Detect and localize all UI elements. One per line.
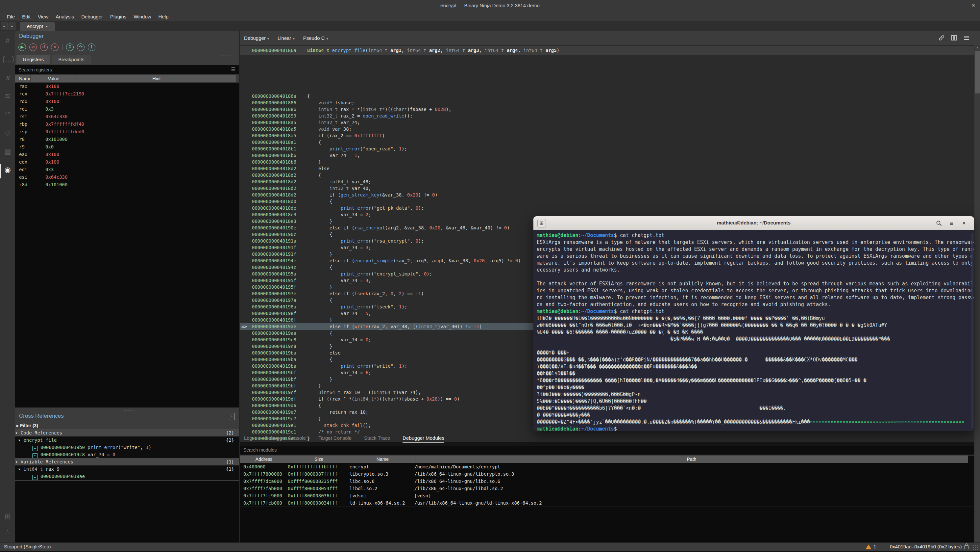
terminal-menu-icon[interactable]: ≡ (947, 219, 956, 227)
search-modules-input[interactable] (243, 446, 539, 454)
xref-reference-row[interactable]: ←00000000004019ae (15, 473, 239, 480)
resize-grip[interactable] (973, 545, 979, 550)
code-line[interactable]: 00000000004018d2else (240, 165, 974, 172)
register-row-eax[interactable]: eax0x100 (15, 151, 239, 158)
code-line[interactable]: 00000000004018a5if (rax_2 == 0xffffffff) (240, 132, 974, 139)
terminal-titlebar[interactable]: ⊞ mathieu@debian: ~/Documents ≡ × (533, 216, 974, 230)
module-row[interactable]: 0x7ffff7fcb0000xffff800008034fffld-linux… (240, 499, 974, 507)
xref-reference-row[interactable]: ←00000000004019c8 var_74 = 0 (15, 451, 239, 458)
new-document-icon[interactable]: + (229, 413, 235, 420)
tab-encrypt[interactable]: encrypt● (20, 22, 55, 31)
module-row[interactable]: 0x7ffff7fc90000xffff800008036fff[vdso][v… (240, 492, 974, 499)
scrollbar-thumb[interactable] (975, 51, 980, 94)
code-line[interactable]: 0000000000401886void* fsbase; (240, 99, 974, 106)
strings-icon[interactable]: “” (2, 109, 13, 120)
column-header-name[interactable]: Name (350, 456, 415, 463)
step-over-button[interactable]: ↷ (77, 43, 84, 51)
view-menu-pseudo-c[interactable]: Pseudo C▾ (303, 35, 328, 41)
xref-variable-row[interactable]: ▾ int64_t rax_9{1} (15, 466, 239, 473)
layers-icon[interactable]: ≋ (2, 91, 13, 101)
tab-target-console[interactable]: Target Console (318, 435, 352, 443)
editor-menu-icon[interactable] (963, 34, 970, 41)
variables-icon[interactable]: x (2, 72, 13, 83)
code-line[interactable]: 00000000004018b6} (240, 159, 974, 165)
register-row-rsi[interactable]: rsi0x64c330 (15, 113, 239, 120)
code-line[interactable]: 00000000004018a5int32_t var_74; (240, 119, 974, 126)
menu-plugins[interactable]: Plugins (107, 13, 130, 21)
tab-breakpoints[interactable]: Breakpoints (52, 55, 91, 64)
column-header-hint[interactable]: Hint (77, 75, 236, 82)
register-row-r8d[interactable]: r8d0x101000 (15, 181, 239, 188)
code-line[interactable]: 00000000004018b6var_74 = 1; (240, 152, 974, 159)
code-line[interactable]: 00000000004018deprint_error("get_pk_data… (240, 205, 974, 211)
register-row-r9[interactable]: r90x0 (15, 143, 239, 151)
column-header-size[interactable]: Size (288, 456, 350, 463)
step-return-button[interactable]: ↥ (88, 43, 95, 51)
register-row-rsp[interactable]: rsp0x7fffffffded0 (15, 128, 239, 136)
stop-button[interactable]: × (51, 43, 59, 51)
code-line[interactable]: 0000000000401899int32_t rax_2 = open_rea… (240, 113, 974, 119)
xref-reference-row[interactable]: ←00000000004019b0 print_error("write", 1… (15, 444, 239, 451)
module-row[interactable]: 0x7ffff7dca0000xffff800008235ffflibc.so.… (240, 478, 974, 485)
register-row-r8[interactable]: r80x101000 (15, 136, 239, 143)
nav-forward-button[interactable]: ▸ (8, 22, 16, 30)
menu-file[interactable]: File (3, 13, 18, 21)
nav-back-button[interactable]: ◂ (1, 22, 8, 30)
code-line[interactable]: 00000000004018b1print_error("open_read",… (240, 145, 974, 152)
menu-view[interactable]: View (34, 13, 52, 21)
code-line[interactable]: 00000000004018d0{ (240, 198, 974, 205)
minimap-icon[interactable]: ▦ (2, 146, 13, 157)
menu-edit[interactable]: Edit (18, 13, 34, 21)
code-line[interactable]: 000000000040186a{ (240, 93, 974, 99)
gnome-terminal-window[interactable]: ⊞ mathieu@debian: ~/Documents ≡ × mathie… (533, 216, 974, 431)
debugger-icon[interactable]: ◉ (2, 164, 13, 175)
search-options-icon[interactable]: ☰ (231, 67, 235, 72)
scroll-up-icon[interactable]: ▲ (974, 45, 980, 50)
code-line[interactable]: 0000000000401886int64_t rax = *(int64_t*… (240, 106, 974, 113)
code-line[interactable]: 00000000004018d2int64_t var_48; (240, 179, 974, 185)
register-row-rdi[interactable]: rdi0x3 (15, 105, 239, 113)
column-header-value[interactable]: Value (30, 75, 76, 82)
link-icon[interactable] (938, 34, 945, 41)
register-row-rdx[interactable]: rdx0x100 (15, 98, 239, 105)
xrefs-drag-handle[interactable]: ······ (124, 408, 135, 413)
terminal-search-icon[interactable] (935, 219, 943, 227)
menu-debugger[interactable]: Debugger (78, 13, 107, 21)
column-header-name[interactable]: Name (15, 75, 30, 82)
register-row-rcx[interactable]: rcx0x7ffff7ec2190 (15, 90, 239, 98)
column-header-address[interactable]: Address (240, 456, 288, 463)
menu-window[interactable]: Window (130, 13, 154, 21)
xref-filter-row[interactable]: ▸ Filter (3) (15, 422, 239, 429)
editor-scrollbar[interactable]: ▲ (974, 45, 980, 542)
split-view-icon[interactable] (950, 34, 958, 41)
code-line[interactable]: 00000000004018d2int32_t var_40; (240, 185, 974, 191)
tag-icon[interactable]: ◇ (2, 128, 13, 138)
module-row[interactable]: 0x4000000xfffffffffffbffffencrypt/home/m… (240, 463, 974, 471)
restart-button[interactable]: ↺ (40, 43, 48, 51)
register-row-rbp[interactable]: rbp0x7fffffffdf40 (15, 120, 239, 128)
graph-icon[interactable]: ∴ (2, 526, 13, 537)
xref-group-row[interactable]: ▾ Variable References{1} (15, 458, 239, 466)
menu-analysis[interactable]: Analysis (52, 13, 78, 21)
step-into-button[interactable]: ↧ (66, 43, 74, 51)
tab-stack-trace[interactable]: Stack Trace (364, 435, 390, 443)
view-menu-debugger[interactable]: Debugger▾ (244, 35, 269, 41)
types-icon[interactable]: # (2, 35, 13, 46)
panels-icon[interactable]: ⊞ (2, 512, 13, 522)
kill-button[interactable]: ⊘ (29, 43, 37, 51)
function-header-row[interactable]: 000000000040186auint64_t encrypt_file(in… (240, 46, 974, 55)
register-row-rax[interactable]: rax0x100 (15, 83, 239, 90)
window-close-icon[interactable]: × (969, 2, 977, 10)
menu-help[interactable]: Help (155, 13, 172, 21)
view-menu-linear[interactable]: Linear▾ (278, 35, 295, 41)
terminal-scrollbar[interactable] (972, 233, 974, 429)
column-header-path[interactable]: Path (415, 456, 968, 463)
tab-debugger-console[interactable]: Debugger Console (265, 435, 306, 443)
tab-debugger-modules[interactable]: Debugger Modules (402, 435, 444, 443)
xref-function-row[interactable]: ▾ encrypt_file{2} (15, 437, 239, 444)
code-line[interactable]: 00000000004018a1{ (240, 139, 974, 145)
xref-group-row[interactable]: ▾ Code References{2} (15, 429, 239, 437)
braces-icon[interactable]: {…} (2, 54, 13, 64)
code-line[interactable]: 00000000004018d2{ (240, 172, 974, 179)
run-button[interactable]: ▶ (18, 43, 26, 51)
